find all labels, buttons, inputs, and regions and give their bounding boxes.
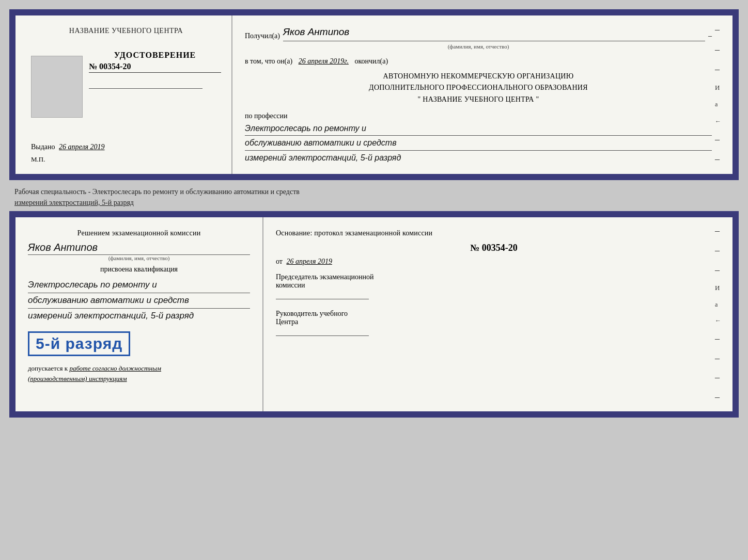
- vydano-label: Выдано: [31, 143, 55, 151]
- predsedatel-block: Председатель экзаменационной комиссии: [276, 273, 712, 299]
- cert-line: [89, 88, 202, 89]
- ot-label: от: [276, 258, 283, 265]
- rukovoditel-block: Руководитель учебного Центра: [276, 310, 712, 336]
- bottom-doc-left: Решением экзаменационной комиссии Яков А…: [15, 217, 263, 411]
- komissii-label: комиссии: [276, 281, 712, 290]
- profession-line2: обслуживанию автоматики и средств: [245, 136, 712, 150]
- middle-text-line1: Рабочая специальность - Электрослесарь п…: [14, 188, 300, 196]
- poluchil-label: Получил(а): [245, 30, 280, 41]
- center-name-top: НАЗВАНИЕ УЧЕБНОГО ЦЕНТРА: [69, 26, 183, 36]
- rukovoditel-label: Руководитель учебного: [276, 310, 712, 318]
- org-block: АВТОНОМНУЮ НЕКОММЕРЧЕСКУЮ ОРГАНИЗАЦИЮ ДО…: [245, 71, 712, 105]
- top-doc-left: НАЗВАНИЕ УЧЕБНОГО ЦЕНТРА УДОСТОВЕРЕНИЕ №…: [15, 15, 232, 174]
- predsedatel-label: Председатель экзаменационной: [276, 273, 712, 281]
- profession-line1: Электрослесарь по ремонту и: [245, 121, 712, 136]
- recipient-name: Яков Антипов: [283, 25, 705, 41]
- qual-line1: Электрослесарь по ремонту и: [28, 278, 250, 293]
- dopuskaetsya-prefix: допускается к: [28, 364, 68, 372]
- fio-sub-top: (фамилия, имя, отчество): [245, 42, 712, 51]
- udost-label: УДОСТОВЕРЕНИЕ: [89, 51, 221, 60]
- qual-line2: обслуживанию автоматики и средств: [28, 293, 250, 309]
- page-wrapper: НАЗВАНИЕ УЧЕБНОГО ЦЕНТРА УДОСТОВЕРЕНИЕ №…: [5, 5, 743, 422]
- cert-bottom: Выдано 26 апреля 2019 М.П.: [31, 138, 221, 164]
- org-line1: АВТОНОМНУЮ НЕКОММЕРЧЕСКУЮ ОРГАНИЗАЦИЮ: [245, 71, 712, 82]
- osnovanie-label: Основание: протокол экзаменационной коми…: [276, 228, 712, 238]
- profession-line3: измерений электростанций, 5-й разряд: [245, 151, 712, 165]
- ot-date: 26 апреля 2019: [286, 258, 332, 265]
- vtom-prefix: в том, что он(а): [245, 57, 292, 65]
- vtom-date: 26 апреля 2019г.: [299, 57, 349, 65]
- dopuskaetsya: допускается к работе согласно должностны…: [28, 363, 250, 383]
- top-document: НАЗВАНИЕ УЧЕБНОГО ЦЕНТРА УДОСТОВЕРЕНИЕ №…: [9, 9, 739, 180]
- middle-text: Рабочая специальность - Электрослесарь п…: [9, 183, 739, 211]
- top-doc-right: Получил(а) Яков Антипов – (фамилия, имя,…: [232, 15, 733, 174]
- ot-line: от 26 апреля 2019: [276, 258, 712, 266]
- vydano-date: 26 апреля 2019: [59, 143, 104, 151]
- prisvoena: присвоена квалификация: [28, 265, 250, 274]
- dash-after-name: –: [708, 30, 712, 41]
- vydano-line: Выдано 26 апреля 2019: [31, 143, 221, 151]
- org-line2: ДОПОЛНИТЕЛЬНОГО ПРОФЕССИОНАЛЬНОГО ОБРАЗО…: [245, 82, 712, 93]
- photo-placeholder: [31, 56, 83, 118]
- po-professii: по профессии: [245, 110, 712, 121]
- protocol-number: № 00354-20: [276, 243, 712, 253]
- middle-text-line2: измерений электростанций, 5-й разряд: [14, 199, 134, 206]
- cert-middle: УДОСТОВЕРЕНИЕ № 00354-20: [31, 51, 221, 123]
- decision-title: Решением экзаменационной комиссии: [28, 228, 250, 238]
- bottom-doc-right: Основание: протокол экзаменационной коми…: [263, 217, 733, 411]
- org-quote: " НАЗВАНИЕ УЧЕБНОГО ЦЕНТРА ": [245, 94, 712, 105]
- razryad-badge: 5-й разряд: [28, 331, 130, 356]
- rukovoditel-sign-line: [276, 335, 369, 336]
- okonchil-label: окончил(а): [354, 57, 388, 65]
- mp-label: М.П.: [31, 155, 221, 164]
- qual-line3: измерений электростанций, 5-й разряд: [28, 309, 250, 324]
- fio-sub-bottom: (фамилия, имя, отчество): [28, 255, 250, 261]
- bottom-document: Решением экзаменационной комиссии Яков А…: [9, 211, 739, 418]
- dopuskaetsya-italic: работе согласно должностным: [69, 364, 161, 372]
- predsedatel-sign-line: [276, 299, 369, 299]
- vtom-line: в том, что он(а) 26 апреля 2019г. окончи…: [245, 56, 712, 67]
- dopuskaetsya-italic2: (производственным) инструкциям: [28, 375, 127, 382]
- person-name-big: Яков Антипов: [28, 242, 250, 255]
- tsentra-label: Центра: [276, 318, 712, 326]
- cert-number: № 00354-20: [89, 62, 221, 73]
